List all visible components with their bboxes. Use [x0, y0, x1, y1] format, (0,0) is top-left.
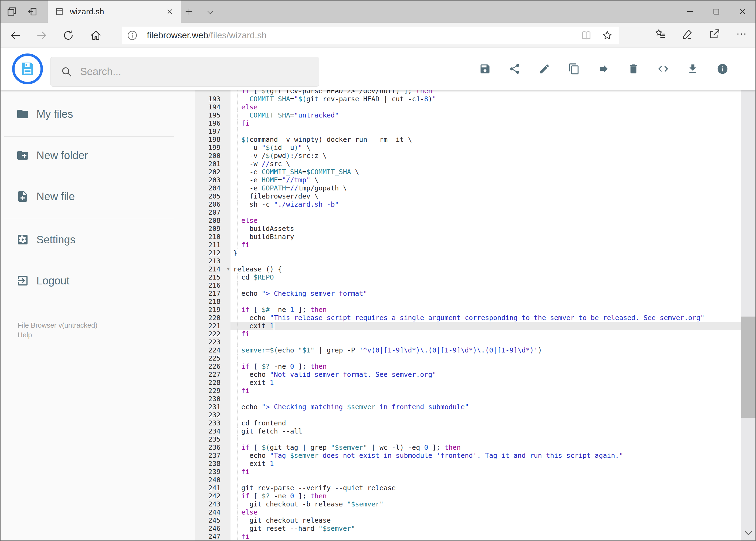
code-line[interactable]: 203 -e HOME="//tmp" \	[195, 176, 741, 184]
sidebar-item-new-folder[interactable]: New folder	[1, 145, 195, 166]
code-line[interactable]: 223	[195, 338, 741, 346]
code-line[interactable]: 208 else	[195, 217, 741, 225]
tab-wizard-sh[interactable]: wizard.sh	[48, 1, 181, 23]
code-line[interactable]: 238 exit 1	[195, 460, 741, 468]
code-line[interactable]: 211 fi	[195, 241, 741, 249]
code-line[interactable]: 205 filebrowser/dev \	[195, 192, 741, 201]
code-line[interactable]: 194 else	[195, 103, 741, 111]
share-button[interactable]	[509, 63, 521, 75]
code-line[interactable]: 201 -w //src \	[195, 160, 741, 168]
code-line[interactable]: 200 -v /$(pwd):/src:z \	[195, 152, 741, 160]
copy-button[interactable]	[568, 63, 580, 75]
code-line[interactable]: 212}	[195, 249, 741, 257]
code-line[interactable]: 239 fi	[195, 468, 741, 476]
web-note-icon[interactable]	[681, 28, 693, 40]
code-line[interactable]: 247 fi	[195, 533, 741, 540]
code-line[interactable]: 226 if [ $? -ne 0 ]; then	[195, 362, 741, 370]
help-link[interactable]: Help	[18, 330, 195, 340]
code-line[interactable]: 216	[195, 281, 741, 289]
code-line[interactable]: 222 fi	[195, 330, 741, 338]
code-line[interactable]: 227 echo "Not valid semver format. See s…	[195, 370, 741, 379]
move-button[interactable]	[598, 63, 610, 75]
code-line[interactable]: 220 echo "This release script requires a…	[195, 314, 741, 322]
more-dots-icon[interactable]	[735, 28, 747, 40]
sidebar-item-logout[interactable]: Logout	[1, 270, 195, 291]
reading-view-icon[interactable]	[581, 30, 592, 41]
code-line[interactable]: 246 git reset --hard "$semver"	[195, 525, 741, 533]
code-line[interactable]: 232	[195, 411, 741, 419]
code-line[interactable]: 224 semver=$(echo "$1" | grep -P '^v(0|[…	[195, 346, 741, 354]
code-line[interactable]: 218	[195, 297, 741, 306]
code-line[interactable]: 240	[195, 476, 741, 484]
code-line[interactable]: 219 if [ $# -ne 1 ]; then	[195, 306, 741, 314]
code-line[interactable]: 230	[195, 395, 741, 403]
home-icon[interactable]	[90, 29, 102, 42]
sidebar-item-new-file[interactable]: New file	[1, 186, 195, 207]
code-line[interactable]: 199 -u "$(id -u)" \	[195, 144, 741, 152]
search-input[interactable]	[80, 66, 319, 78]
site-info-icon[interactable]	[126, 30, 138, 41]
code-line[interactable]: 196 fi	[195, 119, 741, 128]
new-tab-icon[interactable]	[184, 7, 194, 16]
back-icon[interactable]	[9, 29, 22, 42]
forward-icon[interactable]	[36, 29, 48, 42]
share-arrow-icon[interactable]	[708, 28, 720, 40]
scroll-down-icon[interactable]	[743, 527, 754, 538]
code-line[interactable]: 233 cd frontend	[195, 419, 741, 427]
code-line[interactable]: 198 $(command -v winpty) docker run --rm…	[195, 136, 741, 144]
scrollbar-thumb[interactable]	[741, 316, 756, 418]
code-line[interactable]: 241 git rev-parse --verify --quiet relea…	[195, 484, 741, 492]
code-button[interactable]	[657, 63, 669, 75]
save-button[interactable]	[479, 63, 491, 75]
close-icon[interactable]	[729, 1, 755, 23]
code-line[interactable]: 197	[195, 128, 741, 136]
minimize-icon[interactable]	[677, 1, 703, 23]
code-line[interactable]: 217 echo "> Checking semver format"	[195, 289, 741, 297]
page-scrollbar[interactable]	[741, 48, 755, 540]
code-line[interactable]: 242 if [ $? -ne 0 ]; then	[195, 492, 741, 500]
edit-button[interactable]	[539, 63, 550, 75]
code-line[interactable]: 204 -e GOPATH=//tmp/gopath \	[195, 184, 741, 192]
code-line[interactable]: 213	[195, 257, 741, 265]
hub-icon[interactable]	[654, 28, 666, 40]
delete-button[interactable]	[628, 63, 639, 75]
code-line[interactable]: 206 sh -c "./wizard.sh -b"	[195, 201, 741, 209]
url-text[interactable]: filebrowser.web/files/wizard.sh	[147, 30, 581, 41]
code-line[interactable]: 215 cd $REPO	[195, 273, 741, 281]
code-line[interactable]: 214▾release () {	[195, 265, 741, 273]
maximize-icon[interactable]	[703, 1, 729, 23]
code-line[interactable]: 210 buildBinary	[195, 233, 741, 241]
address-bar[interactable]: filebrowser.web/files/wizard.sh	[122, 26, 619, 44]
download-button[interactable]	[687, 63, 699, 75]
filebrowser-logo-icon[interactable]	[12, 54, 43, 84]
favorite-star-icon[interactable]	[602, 30, 613, 41]
code-editor[interactable]: if [ $(git rev-parse HEAD 2> /dev/null) …	[195, 90, 741, 540]
code-line[interactable]: 207	[195, 209, 741, 217]
sidebar-item-my-files[interactable]: My files	[1, 103, 195, 125]
code-line[interactable]: 228 exit 1	[195, 379, 741, 387]
code-line[interactable]: 193 COMMIT_SHA="$(git rev-parse HEAD | c…	[195, 95, 741, 103]
search-box[interactable]	[50, 57, 319, 87]
code-line[interactable]: 235	[195, 435, 741, 443]
code-line[interactable]: 195 COMMIT_SHA="untracked"	[195, 111, 741, 119]
tab-close-icon[interactable]	[166, 8, 174, 16]
code-line[interactable]: 245 git checkout release	[195, 516, 741, 525]
code-line[interactable]: 231 echo "> Checking matching $semver in…	[195, 403, 741, 411]
tab-preview-icon[interactable]	[6, 6, 17, 17]
code-line[interactable]: if [ $(git rev-parse HEAD 2> /dev/null) …	[195, 90, 741, 95]
code-line[interactable]: 225	[195, 354, 741, 362]
code-line[interactable]: 236 if [ $(git tag | grep "$semver" | wc…	[195, 443, 741, 452]
code-line[interactable]: 202 -e COMMIT_SHA=$COMMIT_SHA \	[195, 168, 741, 176]
code-line[interactable]: 209 buildAssets	[195, 225, 741, 233]
code-line[interactable]: 234 git fetch --all	[195, 427, 741, 435]
sidebar-item-settings[interactable]: Settings	[1, 229, 195, 251]
code-line[interactable]: 229 fi	[195, 387, 741, 395]
code-line[interactable]: 221 exit 1	[195, 322, 741, 330]
code-line[interactable]: 244 else	[195, 508, 741, 516]
fold-arrow-icon[interactable]: ▾	[227, 265, 229, 273]
set-tabs-aside-icon[interactable]	[27, 6, 38, 17]
tab-chevron-icon[interactable]	[206, 9, 214, 17]
code-line[interactable]: 243 git checkout -b release "$semver"	[195, 500, 741, 508]
info-button[interactable]	[717, 63, 728, 75]
refresh-icon[interactable]	[62, 29, 75, 42]
